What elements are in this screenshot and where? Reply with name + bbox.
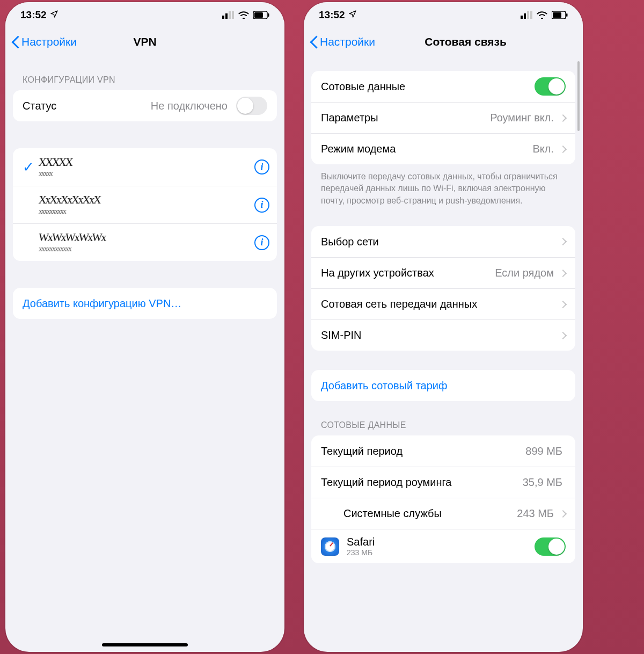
chevron-right-icon bbox=[559, 301, 567, 308]
home-indicator[interactable] bbox=[102, 643, 188, 646]
chevron-left-icon bbox=[11, 34, 20, 49]
svg-rect-6 bbox=[268, 13, 269, 17]
net-select-label: Выбор сети bbox=[321, 236, 557, 248]
section-header-configs: КОНФИГУРАЦИИ VPN bbox=[13, 56, 277, 90]
safari-value: 233 МБ bbox=[347, 548, 535, 557]
battery-icon bbox=[552, 11, 568, 19]
chevron-right-icon bbox=[559, 114, 567, 121]
row-cellular-data[interactable]: Сотовые данные bbox=[311, 71, 575, 102]
roaming-label: Текущий период роуминга bbox=[321, 476, 523, 489]
scrollbar[interactable] bbox=[577, 61, 580, 131]
chevron-left-icon bbox=[309, 34, 319, 49]
phone-cellular: 13:52 Настройки Сотовая связь Сотовые да… bbox=[304, 2, 583, 652]
nav-bar: Настройки Сотовая связь bbox=[304, 28, 583, 56]
signal-icon bbox=[521, 11, 532, 19]
status-label: Статус bbox=[23, 100, 151, 112]
wifi-icon bbox=[537, 11, 547, 19]
signal-icon bbox=[222, 11, 234, 19]
params-label: Параметры bbox=[321, 112, 490, 124]
svg-rect-7 bbox=[521, 16, 523, 19]
chevron-right-icon bbox=[559, 145, 567, 152]
group-vpn-list: ✓ XXXXXxxxxx i XxXxXxXxXxXxxxxxxxxxx i W… bbox=[13, 148, 277, 261]
svg-rect-5 bbox=[254, 12, 263, 18]
svg-rect-0 bbox=[222, 16, 224, 19]
status-toggle[interactable] bbox=[236, 97, 267, 115]
cell-data-toggle[interactable] bbox=[535, 77, 566, 96]
group-add-config: Добавить конфигурацию VPN… bbox=[13, 288, 277, 319]
vpn-config-row[interactable]: WxWxWxWxWxxxxxxxxxxxxx i bbox=[13, 223, 277, 261]
params-value: Роуминг вкл. bbox=[490, 112, 554, 124]
current-label: Текущий период bbox=[321, 445, 525, 457]
row-safari[interactable]: Safari 233 МБ bbox=[311, 529, 575, 563]
group-status: Статус Не подключено bbox=[13, 90, 277, 121]
back-label: Настройки bbox=[320, 35, 375, 48]
back-label: Настройки bbox=[21, 35, 77, 48]
group-cellular-top: Сотовые данные Параметры Роуминг вкл. Ре… bbox=[311, 71, 575, 164]
status-bar: 13:52 bbox=[304, 2, 583, 28]
vpn-config-row[interactable]: XxXxXxXxXxXxxxxxxxxxx i bbox=[13, 186, 277, 223]
row-net-select[interactable]: Выбор сети bbox=[311, 226, 575, 257]
other-dev-value: Если рядом bbox=[495, 267, 554, 279]
system-value: 243 МБ bbox=[517, 507, 554, 520]
wifi-icon bbox=[238, 11, 249, 19]
row-sim-pin[interactable]: SIM-PIN bbox=[311, 319, 575, 351]
back-button[interactable]: Настройки bbox=[11, 34, 77, 49]
other-dev-label: На других устройствах bbox=[321, 267, 495, 279]
add-plan-label: Добавить сотовый тариф bbox=[321, 380, 566, 392]
status-value: Не подключено bbox=[151, 100, 228, 112]
page-title: VPN bbox=[133, 35, 156, 48]
safari-toggle[interactable] bbox=[535, 537, 566, 556]
roaming-value: 35,9 МБ bbox=[523, 476, 562, 489]
vpn-redacted-label: XXXXXxxxxx bbox=[39, 156, 254, 178]
svg-rect-3 bbox=[232, 11, 234, 19]
row-roaming-period: Текущий период роуминга 35,9 МБ bbox=[311, 467, 575, 498]
svg-rect-13 bbox=[566, 13, 568, 17]
back-button[interactable]: Настройки bbox=[309, 34, 375, 49]
phone-vpn: 13:52 Настройки VPN КОНФИГУРАЦИИ VPN bbox=[5, 2, 284, 652]
status-time: 13:52 bbox=[319, 9, 345, 21]
svg-rect-9 bbox=[527, 11, 529, 19]
safari-icon bbox=[321, 537, 339, 556]
add-plan-button[interactable]: Добавить сотовый тариф bbox=[311, 370, 575, 401]
svg-rect-10 bbox=[530, 11, 532, 19]
svg-rect-8 bbox=[524, 13, 526, 19]
data-net-label: Сотовая сеть передачи данных bbox=[321, 298, 557, 310]
vpn-redacted-label: WxWxWxWxWxxxxxxxxxxxxx bbox=[39, 231, 254, 253]
modem-label: Режим модема bbox=[321, 143, 532, 155]
location-icon bbox=[348, 9, 357, 21]
add-vpn-config-button[interactable]: Добавить конфигурацию VPN… bbox=[13, 288, 277, 319]
add-config-label: Добавить конфигурацию VPN… bbox=[23, 297, 267, 310]
row-data-net[interactable]: Сотовая сеть передачи данных bbox=[311, 288, 575, 319]
row-current-period: Текущий период 899 МБ bbox=[311, 435, 575, 467]
vpn-redacted-label: XxXxXxXxXxXxxxxxxxxxx bbox=[39, 194, 254, 216]
info-icon[interactable]: i bbox=[254, 235, 269, 250]
system-label: Системные службы bbox=[343, 507, 517, 520]
chevron-right-icon bbox=[559, 238, 567, 245]
row-modem[interactable]: Режим модема Вкл. bbox=[311, 133, 575, 164]
row-status: Статус Не подключено bbox=[13, 90, 277, 121]
status-time: 13:52 bbox=[20, 9, 47, 21]
row-params[interactable]: Параметры Роуминг вкл. bbox=[311, 102, 575, 133]
vpn-config-row[interactable]: ✓ XXXXXxxxxx i bbox=[13, 148, 277, 186]
svg-rect-12 bbox=[553, 12, 561, 18]
chevron-right-icon bbox=[559, 332, 567, 339]
row-other-devices[interactable]: На других устройствах Если рядом bbox=[311, 257, 575, 288]
info-icon[interactable]: i bbox=[254, 159, 269, 175]
modem-value: Вкл. bbox=[532, 143, 554, 155]
location-icon bbox=[50, 9, 58, 21]
cellular-footer-text: Выключите передачу сотовых данных, чтобы… bbox=[311, 164, 575, 207]
svg-rect-1 bbox=[225, 13, 228, 19]
group-cellular-net: Выбор сети На других устройствах Если ря… bbox=[311, 226, 575, 351]
safari-label: Safari bbox=[347, 536, 535, 548]
checkmark-icon: ✓ bbox=[23, 159, 39, 176]
status-bar: 13:52 bbox=[5, 2, 284, 28]
svg-rect-2 bbox=[229, 11, 231, 19]
page-title: Сотовая связь bbox=[425, 35, 507, 48]
sim-pin-label: SIM-PIN bbox=[321, 329, 557, 341]
group-data-usage: Текущий период 899 МБ Текущий период роу… bbox=[311, 435, 575, 563]
nav-bar: Настройки VPN bbox=[5, 28, 284, 56]
info-icon[interactable]: i bbox=[254, 198, 269, 213]
chevron-right-icon bbox=[559, 510, 567, 518]
row-system-services[interactable]: Системные службы 243 МБ bbox=[311, 498, 575, 529]
chevron-right-icon bbox=[559, 270, 567, 277]
